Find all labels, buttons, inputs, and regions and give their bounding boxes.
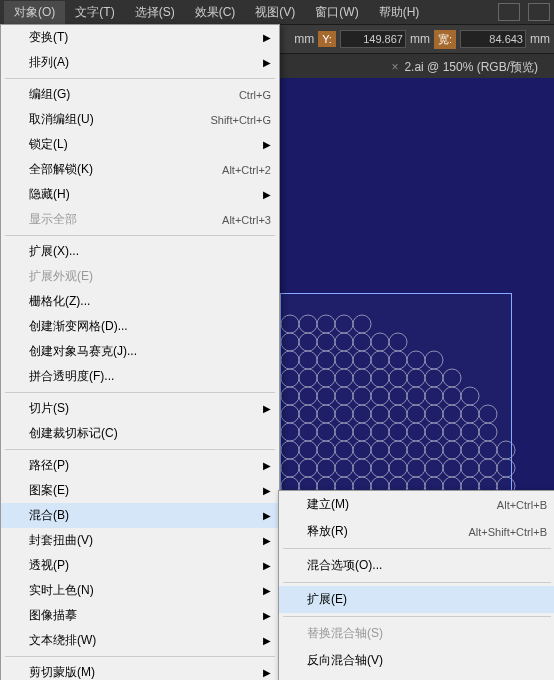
menu-item-label: 变换(T): [29, 29, 271, 46]
y-label: Y:: [318, 31, 336, 47]
menu-item[interactable]: 变换(T)▶: [1, 25, 279, 50]
menu-item[interactable]: 透视(P)▶: [1, 553, 279, 578]
menu-item-label: 透视(P): [29, 557, 271, 574]
menu-separator: [5, 235, 275, 236]
menu-item[interactable]: 图像描摹▶: [1, 603, 279, 628]
submenu-arrow-icon: ▶: [263, 32, 271, 43]
menubar: 对象(O) 文字(T) 选择(S) 效果(C) 视图(V) 窗口(W) 帮助(H…: [0, 0, 554, 25]
layout-icon[interactable]: [498, 3, 520, 21]
menu-item[interactable]: 切片(S)▶: [1, 396, 279, 421]
menu-type[interactable]: 文字(T): [65, 1, 124, 24]
submenu-arrow-icon: ▶: [263, 510, 271, 521]
submenu-arrow-icon: ▶: [263, 585, 271, 596]
menu-item[interactable]: 创建裁切标记(C): [1, 421, 279, 446]
menu-item-label: 路径(P): [29, 457, 271, 474]
menu-item[interactable]: 扩展(X)...: [1, 239, 279, 264]
unit-suffix: mm: [294, 32, 314, 46]
submenu-arrow-icon: ▶: [263, 560, 271, 571]
menu-item-label: 封套扭曲(V): [29, 532, 271, 549]
menu-view[interactable]: 视图(V): [245, 1, 305, 24]
menu-effect[interactable]: 效果(C): [185, 1, 246, 24]
menu-item-label: 排列(A): [29, 54, 271, 71]
menu-shortcut: Alt+Ctrl+B: [497, 499, 547, 511]
menu-item: 替换混合轴(S): [279, 620, 554, 647]
menu-separator: [283, 548, 551, 549]
menu-item[interactable]: 扩展(E): [279, 586, 554, 613]
menu-item-label: 混合选项(O)...: [307, 557, 547, 574]
submenu-arrow-icon: ▶: [263, 635, 271, 646]
menu-shortcut: Alt+Shift+Ctrl+B: [468, 526, 547, 538]
submenu-arrow-icon: ▶: [263, 610, 271, 621]
menu-shortcut: Ctrl+G: [239, 89, 271, 101]
menu-help[interactable]: 帮助(H): [369, 1, 430, 24]
menu-item-label: 文本绕排(W): [29, 632, 271, 649]
menu-item-label: 锁定(L): [29, 136, 271, 153]
w-input[interactable]: [460, 30, 526, 48]
menu-item[interactable]: 实时上色(N)▶: [1, 578, 279, 603]
menu-separator: [283, 582, 551, 583]
menu-item[interactable]: 编组(G)Ctrl+G: [1, 82, 279, 107]
menu-item-label: 取消编组(U): [29, 111, 210, 128]
menu-separator: [283, 616, 551, 617]
workspace-icon[interactable]: [528, 3, 550, 21]
y-input[interactable]: [340, 30, 406, 48]
submenu-arrow-icon: ▶: [263, 460, 271, 471]
menu-item[interactable]: 混合(B)▶: [1, 503, 279, 528]
menu-item-label: 混合(B): [29, 507, 271, 524]
menu-item-label: 释放(R): [307, 523, 468, 540]
menu-separator: [5, 392, 275, 393]
menu-item[interactable]: 图案(E)▶: [1, 478, 279, 503]
menu-item-label: 剪切蒙版(M): [29, 664, 271, 680]
unit-suffix: mm: [530, 32, 550, 46]
menu-item[interactable]: 栅格化(Z)...: [1, 289, 279, 314]
menu-separator: [5, 78, 275, 79]
menu-item[interactable]: 拼合透明度(F)...: [1, 364, 279, 389]
menu-item[interactable]: 全部解锁(K)Alt+Ctrl+2: [1, 157, 279, 182]
menu-item[interactable]: 封套扭曲(V)▶: [1, 528, 279, 553]
menu-item[interactable]: 隐藏(H)▶: [1, 182, 279, 207]
menu-item[interactable]: 建立(M)Alt+Ctrl+B: [279, 491, 554, 518]
menu-item[interactable]: 创建对象马赛克(J)...: [1, 339, 279, 364]
menu-object[interactable]: 对象(O): [4, 1, 65, 24]
menu-separator: [5, 449, 275, 450]
menu-item-label: 显示全部: [29, 211, 222, 228]
document-tab[interactable]: × 2.ai @ 150% (RGB/预览): [383, 55, 546, 80]
menu-item-label: 扩展外观(E): [29, 268, 271, 285]
menu-item[interactable]: 反向堆叠(F): [279, 674, 554, 680]
menu-item-label: 创建对象马赛克(J)...: [29, 343, 271, 360]
menu-item[interactable]: 创建渐变网格(D)...: [1, 314, 279, 339]
menu-item-label: 切片(S): [29, 400, 271, 417]
menu-item[interactable]: 剪切蒙版(M)▶: [1, 660, 279, 680]
menubar-icons: [498, 3, 550, 21]
menu-item-label: 实时上色(N): [29, 582, 271, 599]
menu-item-label: 反向混合轴(V): [307, 652, 547, 669]
w-label: 宽:: [434, 30, 456, 49]
menu-item-label: 全部解锁(K): [29, 161, 222, 178]
menu-item[interactable]: 取消编组(U)Shift+Ctrl+G: [1, 107, 279, 132]
blend-submenu: 建立(M)Alt+Ctrl+B释放(R)Alt+Shift+Ctrl+B混合选项…: [278, 490, 554, 680]
tab-title: 2.ai @ 150% (RGB/预览): [404, 59, 538, 76]
menu-item-label: 创建裁切标记(C): [29, 425, 271, 442]
menu-item-label: 建立(M): [307, 496, 497, 513]
submenu-arrow-icon: ▶: [263, 139, 271, 150]
menu-item-label: 图像描摹: [29, 607, 271, 624]
menu-item-label: 拼合透明度(F)...: [29, 368, 271, 385]
menu-select[interactable]: 选择(S): [125, 1, 185, 24]
menu-item[interactable]: 锁定(L)▶: [1, 132, 279, 157]
menu-item[interactable]: 释放(R)Alt+Shift+Ctrl+B: [279, 518, 554, 545]
menu-item[interactable]: 排列(A)▶: [1, 50, 279, 75]
submenu-arrow-icon: ▶: [263, 57, 271, 68]
submenu-arrow-icon: ▶: [263, 485, 271, 496]
menu-item[interactable]: 混合选项(O)...: [279, 552, 554, 579]
menu-shortcut: Shift+Ctrl+G: [210, 114, 271, 126]
close-icon[interactable]: ×: [391, 60, 398, 74]
menu-item[interactable]: 路径(P)▶: [1, 453, 279, 478]
menu-item: 扩展外观(E): [1, 264, 279, 289]
menu-shortcut: Alt+Ctrl+3: [222, 214, 271, 226]
menu-item-label: 隐藏(H): [29, 186, 271, 203]
menu-item[interactable]: 文本绕排(W)▶: [1, 628, 279, 653]
menu-window[interactable]: 窗口(W): [305, 1, 368, 24]
menu-item-label: 扩展(E): [307, 591, 547, 608]
submenu-arrow-icon: ▶: [263, 403, 271, 414]
menu-item[interactable]: 反向混合轴(V): [279, 647, 554, 674]
